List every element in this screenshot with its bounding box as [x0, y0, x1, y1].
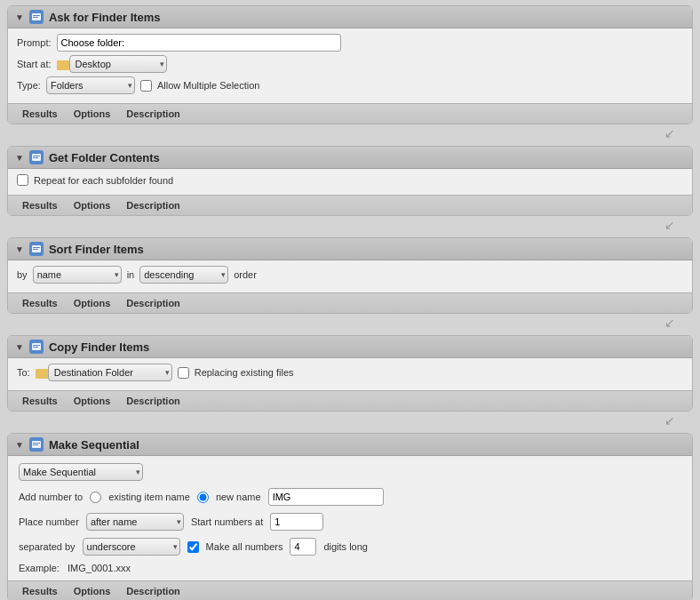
description-tab-2[interactable]: Description: [119, 198, 187, 212]
connector-4: ↙: [7, 413, 693, 428]
svg-rect-4: [33, 156, 40, 156]
sort-order-select-wrapper: descending: [139, 266, 228, 284]
start-at-row: Start at: Desktop: [17, 55, 683, 73]
make-sequential-title: Make Sequential: [49, 438, 139, 452]
chevron-icon[interactable]: ▼: [15, 12, 24, 22]
results-tab-2[interactable]: Results: [15, 198, 65, 212]
example-row: Example: IMG_0001.xxx: [19, 563, 681, 573]
svg-rect-14: [33, 444, 38, 445]
description-tab[interactable]: Description: [119, 107, 187, 121]
connector-1: ↙: [7, 126, 693, 140]
copy-finder-items-header: ▼ Copy Finder Items: [8, 336, 692, 358]
copy-finder-items-footer: Results Options Description: [8, 390, 692, 411]
new-name-label: new name: [216, 492, 261, 502]
sort-finder-items-block: ▼ Sort Finder Items by name in descendin…: [7, 237, 693, 314]
add-number-row: Add number to existing item name new nam…: [19, 488, 681, 506]
svg-rect-10: [33, 345, 40, 346]
ask-finder-items-block: ▼ Ask for Finder Items Prompt: Start at:…: [7, 5, 693, 124]
prompt-label: Prompt:: [17, 37, 52, 48]
digits-input[interactable]: [290, 538, 316, 556]
repeat-row: Repeat for each subfolder found: [17, 174, 683, 186]
results-tab-4[interactable]: Results: [15, 394, 65, 408]
place-number-row: Place number after name Start numbers at: [19, 513, 681, 531]
svg-rect-2: [33, 17, 38, 18]
destination-select[interactable]: Destination Folder: [48, 364, 172, 381]
svg-rect-11: [33, 347, 38, 348]
new-name-radio[interactable]: [197, 492, 209, 503]
connector-arrow-1: ↙: [664, 126, 675, 140]
folder-icon-2: [36, 369, 48, 379]
make-all-checkbox[interactable]: [187, 541, 199, 553]
connector-2: ↙: [7, 218, 693, 232]
description-tab-3[interactable]: Description: [119, 296, 187, 310]
sort-order-select[interactable]: descending: [139, 266, 228, 284]
description-tab-4[interactable]: Description: [119, 394, 187, 408]
type-label: Type:: [17, 80, 41, 91]
svg-rect-1: [33, 15, 40, 16]
repeat-checkbox[interactable]: [17, 174, 28, 186]
replacing-checkbox[interactable]: [178, 367, 189, 379]
order-label: order: [234, 269, 257, 280]
separated-by-select[interactable]: underscore: [83, 538, 180, 556]
action-icon-3: [29, 242, 44, 256]
chevron-icon-3[interactable]: ▼: [15, 244, 24, 254]
make-sequential-body: Make Sequential Add number to existing i…: [8, 456, 692, 580]
sort-by-select[interactable]: name: [33, 266, 122, 284]
start-numbers-label: Start numbers at: [191, 516, 263, 527]
copy-to-row: To: Destination Folder Replacing existin…: [17, 364, 683, 381]
options-tab-5[interactable]: Options: [67, 584, 118, 598]
results-tab-3[interactable]: Results: [15, 296, 65, 310]
chevron-icon-2[interactable]: ▼: [15, 153, 24, 163]
svg-rect-5: [33, 157, 38, 158]
copy-finder-items-body: To: Destination Folder Replacing existin…: [8, 358, 692, 390]
digits-label: digits long: [323, 541, 368, 552]
add-number-label: Add number to: [19, 492, 83, 502]
get-folder-contents-title: Get Folder Contents: [49, 151, 160, 164]
results-tab[interactable]: Results: [15, 107, 65, 121]
separated-by-select-wrapper: underscore: [83, 538, 180, 556]
start-at-select[interactable]: Desktop: [69, 55, 167, 73]
start-numbers-input[interactable]: [270, 513, 323, 531]
sort-finder-items-header: ▼ Sort Finder Items: [8, 238, 692, 260]
type-row: Type: Folders Allow Multiple Selection: [17, 76, 683, 94]
ask-finder-items-title: Ask for Finder Items: [49, 11, 161, 24]
copy-finder-items-title: Copy Finder Items: [49, 340, 149, 354]
example-label: Example:: [19, 563, 60, 573]
sort-finder-items-body: by name in descending order: [8, 260, 692, 292]
type-select[interactable]: Folders: [46, 76, 135, 94]
options-tab-2[interactable]: Options: [67, 198, 118, 212]
connector-arrow-3: ↙: [664, 316, 675, 330]
new-name-input[interactable]: [268, 488, 384, 506]
options-tab[interactable]: Options: [67, 107, 118, 121]
options-tab-3[interactable]: Options: [67, 296, 118, 310]
existing-item-label: existing item name: [108, 492, 190, 502]
get-folder-contents-footer: Results Options Description: [8, 195, 692, 215]
type-select-wrapper: Folders: [46, 76, 135, 94]
svg-rect-13: [33, 443, 40, 444]
place-number-select[interactable]: after name: [86, 513, 184, 531]
sort-finder-items-title: Sort Finder Items: [49, 243, 144, 256]
svg-rect-7: [33, 247, 40, 248]
action-icon-4: [29, 340, 44, 354]
description-tab-5[interactable]: Description: [119, 584, 187, 598]
make-sequential-block: ▼ Make Sequential Make Sequential Add nu…: [7, 433, 693, 600]
by-label: by: [17, 269, 28, 280]
ask-finder-items-footer: Results Options Description: [8, 103, 692, 124]
repeat-label: Repeat for each subfolder found: [34, 175, 173, 186]
existing-item-radio[interactable]: [90, 492, 101, 503]
make-sequential-select[interactable]: Make Sequential: [19, 463, 143, 481]
prompt-row: Prompt:: [17, 34, 683, 52]
chevron-icon-5[interactable]: ▼: [15, 440, 24, 450]
allow-multiple-checkbox[interactable]: [140, 80, 152, 92]
copy-to-label: To:: [17, 367, 30, 378]
ask-finder-items-header: ▼ Ask for Finder Items: [8, 6, 692, 28]
connector-arrow-4: ↙: [664, 413, 675, 428]
prompt-input[interactable]: [57, 34, 341, 52]
options-tab-4[interactable]: Options: [67, 394, 118, 408]
connector-arrow-2: ↙: [664, 218, 675, 232]
chevron-icon-4[interactable]: ▼: [15, 342, 24, 352]
results-tab-5[interactable]: Results: [15, 584, 65, 598]
get-folder-contents-body: Repeat for each subfolder found: [8, 169, 692, 195]
connector-3: ↙: [7, 316, 693, 330]
start-at-select-wrapper: Desktop: [57, 55, 167, 73]
